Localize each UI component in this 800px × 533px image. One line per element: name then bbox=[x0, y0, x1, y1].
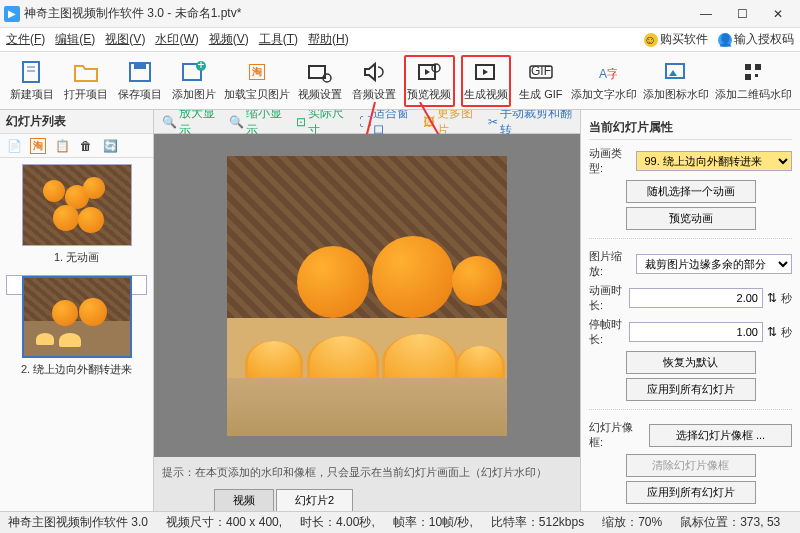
menu-watermark[interactable]: 水印(W) bbox=[155, 31, 198, 48]
generate-icon bbox=[472, 59, 500, 85]
new-project-button[interactable]: 新建项目 bbox=[8, 55, 56, 107]
clear-frame-button[interactable]: 清除幻灯片像框 bbox=[626, 454, 756, 477]
auth-link[interactable]: 👤输入授权码 bbox=[718, 31, 794, 48]
preview-canvas[interactable] bbox=[154, 134, 580, 457]
anim-type-select[interactable]: 99. 绕上边向外翻转进来 bbox=[636, 151, 793, 171]
preview-icon bbox=[415, 59, 443, 85]
svg-rect-0 bbox=[23, 62, 39, 82]
menu-file[interactable]: 文件(F) bbox=[6, 31, 45, 48]
new-icon bbox=[18, 59, 46, 85]
svg-rect-21 bbox=[745, 64, 751, 70]
pause-duration-input[interactable] bbox=[629, 322, 763, 342]
taobao-icon: 淘 bbox=[243, 59, 271, 85]
add-image-icon: + bbox=[180, 59, 208, 85]
svg-text:字: 字 bbox=[607, 67, 617, 81]
tab-slide[interactable]: 幻灯片2 bbox=[276, 489, 353, 511]
hint-text: 提示：在本页添加的水印和像框，只会显示在当前幻灯片画面上（幻灯片水印） bbox=[154, 457, 580, 487]
qr-icon bbox=[740, 59, 768, 85]
properties-title: 当前幻灯片属性 bbox=[589, 116, 792, 140]
load-taobao-button[interactable]: 淘加载宝贝图片 bbox=[224, 55, 290, 107]
delete-icon[interactable]: 🗑 bbox=[78, 138, 94, 154]
maximize-button[interactable]: ☐ bbox=[724, 0, 760, 28]
generate-video-button[interactable]: 生成视频 bbox=[461, 55, 511, 107]
slide-list-title: 幻灯片列表 bbox=[6, 113, 147, 130]
menu-video[interactable]: 视频(V) bbox=[209, 31, 249, 48]
open-project-button[interactable]: 打开项目 bbox=[62, 55, 110, 107]
minimize-button[interactable]: — bbox=[688, 0, 724, 28]
menu-help[interactable]: 帮助(H) bbox=[308, 31, 349, 48]
save-icon bbox=[126, 59, 154, 85]
text-icon: A字 bbox=[590, 59, 618, 85]
buy-link[interactable]: ☺购买软件 bbox=[644, 31, 708, 48]
add-slide-icon[interactable]: 📄 bbox=[6, 138, 22, 154]
menu-view[interactable]: 视图(V) bbox=[105, 31, 145, 48]
scale-select[interactable]: 裁剪图片边缘多余的部分 bbox=[636, 254, 793, 274]
svg-text:GIF: GIF bbox=[531, 64, 551, 78]
taobao-small-icon[interactable]: 淘 bbox=[30, 138, 46, 154]
apply-all-button[interactable]: 应用到所有幻灯片 bbox=[626, 378, 756, 401]
qr-watermark-button[interactable]: 添加二维码水印 bbox=[716, 55, 792, 107]
select-frame-button[interactable]: 选择幻灯片像框 ... bbox=[649, 424, 792, 447]
tab-video[interactable]: 视频 bbox=[214, 489, 274, 511]
audio-settings-button[interactable]: 音频设置 bbox=[350, 55, 398, 107]
icon-watermark-button[interactable]: 添加图标水印 bbox=[643, 55, 709, 107]
window-title: 神奇主图视频制作软件 3.0 - 未命名1.ptv* bbox=[24, 5, 688, 22]
anim-duration-input[interactable] bbox=[629, 288, 763, 308]
svg-rect-22 bbox=[755, 64, 761, 70]
video-settings-button[interactable]: 视频设置 bbox=[296, 55, 344, 107]
app-icon: ▶ bbox=[4, 6, 20, 22]
preview-anim-button[interactable]: 预览动画 bbox=[626, 207, 756, 230]
menu-tools[interactable]: 工具(T) bbox=[259, 31, 298, 48]
generate-gif-button[interactable]: GIF生成 GIF bbox=[517, 55, 565, 107]
reset-default-button[interactable]: 恢复为默认 bbox=[626, 351, 756, 374]
folder-icon bbox=[72, 59, 100, 85]
svg-text:A: A bbox=[599, 67, 607, 81]
add-image-button[interactable]: +添加图片 bbox=[170, 55, 218, 107]
svg-marker-20 bbox=[669, 70, 677, 76]
svg-rect-23 bbox=[745, 74, 751, 80]
status-bar: 神奇主图视频制作软件 3.0 视频尺寸：400 x 400, 时长：4.00秒,… bbox=[0, 511, 800, 533]
save-project-button[interactable]: 保存项目 bbox=[116, 55, 164, 107]
video-settings-icon bbox=[306, 59, 334, 85]
gif-icon: GIF bbox=[527, 59, 555, 85]
svg-rect-8 bbox=[309, 66, 325, 78]
copy-icon[interactable]: 📋 bbox=[54, 138, 70, 154]
menu-edit[interactable]: 编辑(E) bbox=[55, 31, 95, 48]
svg-rect-24 bbox=[755, 74, 758, 77]
slide-thumb-2[interactable]: 2. 绕上边向外翻转进来 bbox=[6, 275, 147, 295]
audio-icon bbox=[360, 59, 388, 85]
svg-rect-4 bbox=[134, 63, 146, 69]
svg-marker-12 bbox=[425, 69, 430, 75]
random-anim-button[interactable]: 随机选择一个动画 bbox=[626, 180, 756, 203]
apply-all-frame-button[interactable]: 应用到所有幻灯片 bbox=[626, 481, 756, 504]
slide-thumb-1[interactable]: 1. 无动画 bbox=[6, 164, 147, 265]
icon-wm-icon bbox=[662, 59, 690, 85]
refresh-icon[interactable]: 🔄 bbox=[102, 138, 118, 154]
svg-text:+: + bbox=[197, 60, 204, 72]
svg-marker-14 bbox=[483, 69, 488, 75]
close-button[interactable]: ✕ bbox=[760, 0, 796, 28]
preview-video-button[interactable]: 预览视频 bbox=[404, 55, 454, 107]
text-watermark-button[interactable]: A字添加文字水印 bbox=[571, 55, 637, 107]
